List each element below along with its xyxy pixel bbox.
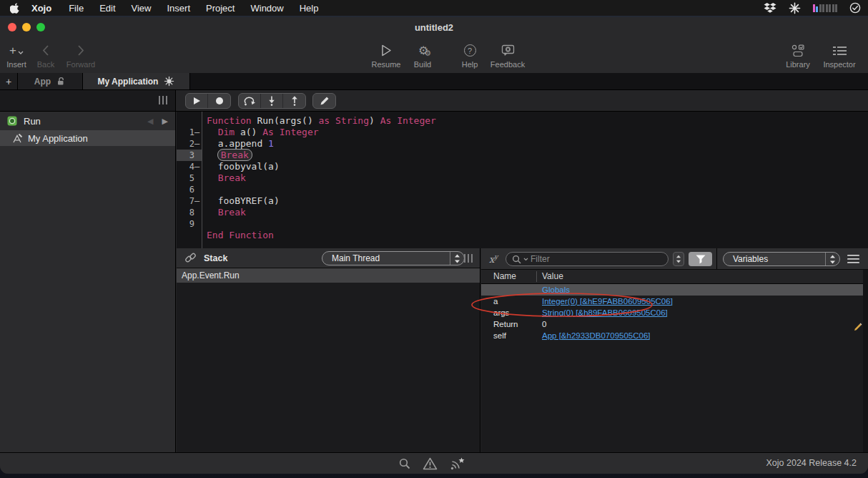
code-line[interactable]: 8 Break (177, 207, 868, 218)
meter-icon[interactable] (813, 4, 838, 12)
navigator-toolbar-strip (0, 90, 176, 111)
chevron-down-icon (523, 258, 528, 261)
window-title: untitled2 (0, 17, 868, 37)
menu-insert[interactable]: Insert (159, 3, 198, 14)
menu-window[interactable]: Window (242, 3, 291, 14)
stack-frame-row[interactable]: App.Event.Run (177, 268, 480, 283)
stack-grip-icon[interactable] (463, 254, 473, 263)
value-link[interactable]: Integer(0) [&hE9FABB0609505C06] (536, 297, 673, 306)
titlebar: untitled2 (0, 17, 868, 37)
value-link[interactable]: App [&h2933DB0709505C06] (536, 331, 651, 340)
dropbox-icon[interactable] (764, 2, 776, 14)
plus-icon: + (1, 41, 31, 60)
menu-help[interactable]: Help (292, 3, 327, 14)
edit-code-button[interactable] (313, 94, 335, 108)
inspector-button[interactable]: Inspector (819, 41, 859, 69)
thread-dropdown[interactable]: Main Thread (322, 251, 465, 265)
add-tab-button[interactable]: + (0, 73, 18, 89)
filter-input[interactable] (531, 254, 662, 264)
navigator-header: Run ◀ ▶ (0, 112, 175, 130)
step-out-button[interactable] (283, 94, 305, 108)
variable-row[interactable]: Return0 (481, 318, 868, 330)
check-circle-icon[interactable] (849, 2, 861, 14)
forward-button[interactable]: Forward (63, 41, 99, 69)
menu-view[interactable]: View (124, 3, 159, 14)
expression-icon[interactable]: xy (489, 253, 498, 265)
variable-row[interactable]: aInteger(0) [&hE9FABB0609505C06] (481, 296, 868, 307)
code-line[interactable]: Function Run(args() as String) As Intege… (177, 115, 868, 127)
feed-star-icon[interactable] (450, 457, 465, 470)
question-circle-icon: ? (456, 41, 483, 60)
debug-stop-button[interactable] (208, 94, 230, 108)
menu-file[interactable]: File (61, 3, 92, 14)
scrollbar-track[interactable] (863, 270, 868, 452)
main-toolbar: + Insert Back Forward Resume ⚙⚙ Build (0, 37, 868, 73)
code-line[interactable]: 6 (177, 184, 868, 195)
back-button[interactable]: Back (31, 41, 60, 69)
step-over-icon (244, 96, 256, 106)
edit-value-pencil-icon[interactable] (854, 323, 862, 331)
system-menubar: XojoFileEditViewInsertProjectWindowHelp (0, 0, 868, 16)
code-editor[interactable]: Function Run(args() as String) As Intege… (177, 112, 868, 248)
stack-pane-header: Stack Main Thread (177, 248, 480, 268)
value-text: 0 (536, 320, 546, 328)
code-lines: Function Run(args() as String) As Intege… (177, 115, 868, 241)
search-icon (512, 255, 521, 264)
play-icon (192, 97, 201, 105)
variables-view-dropdown[interactable]: Variables (723, 252, 840, 266)
code-line[interactable]: 3 Break (177, 150, 868, 161)
column-value: Value (542, 270, 563, 283)
build-button[interactable]: ⚙⚙ Build (406, 41, 439, 69)
value-link[interactable]: Globals (536, 286, 570, 294)
step-over-button[interactable] (239, 94, 261, 108)
help-button[interactable]: ? Help (456, 41, 483, 69)
debug-run-button[interactable] (186, 94, 208, 108)
search-icon[interactable] (399, 458, 410, 469)
step-into-button[interactable] (261, 94, 283, 108)
variable-row[interactable]: Globals (481, 284, 868, 296)
variable-row[interactable]: selfApp [&h2933DB0709505C06] (481, 330, 868, 341)
code-line[interactable]: 4— foobyval(a) (177, 161, 868, 172)
variables-table-header: Name Value (481, 270, 868, 284)
code-line[interactable]: 2— a.append 1 (177, 138, 868, 150)
column-name: Name (493, 270, 516, 283)
pinwheel-icon[interactable] (789, 2, 801, 14)
feedback-button[interactable]: Feedback (486, 41, 529, 69)
variable-row[interactable]: argsString(0) [&h89FABB0609505C06] (481, 307, 868, 318)
dropdown-stepper-icon (825, 253, 839, 265)
resume-button[interactable]: Resume (368, 41, 404, 69)
version-label: Xojo 2024 Release 4.2 (766, 453, 857, 474)
code-line[interactable]: 9 (177, 218, 868, 230)
feedback-bubble-icon (486, 41, 529, 60)
pane-menu-icon[interactable] (847, 255, 859, 263)
menu-xojo[interactable]: Xojo (22, 3, 61, 14)
code-line[interactable]: 7— fooBYREF(a) (177, 195, 868, 207)
filter-funnel-button[interactable] (689, 252, 712, 266)
xojo-window: untitled2 + Insert Back Forward Re (0, 17, 868, 474)
menu-items: XojoFileEditViewInsertProjectWindowHelp (22, 3, 326, 14)
menu-project[interactable]: Project (198, 3, 242, 14)
lock-open-icon (56, 77, 66, 86)
value-link[interactable]: String(0) [&h89FABB0609505C06] (536, 308, 668, 317)
warning-icon[interactable] (423, 457, 438, 470)
panel-grip-icon[interactable] (157, 96, 168, 104)
project-tabbar: + App My Application (0, 73, 868, 90)
menu-edit[interactable]: Edit (92, 3, 123, 14)
library-button[interactable]: Library (780, 41, 816, 69)
apple-menu-icon[interactable] (10, 2, 19, 14)
code-line[interactable]: 5 Break (177, 172, 868, 184)
navigator-forward-icon[interactable]: ▶ (162, 117, 168, 126)
code-line[interactable]: End Function (177, 230, 868, 241)
navigator-back-icon[interactable]: ◀ (147, 117, 153, 126)
code-line[interactable]: 1— Dim a() As Integer (177, 127, 868, 138)
stack-pane-title: Stack (204, 253, 227, 263)
filter-field[interactable] (505, 252, 669, 266)
tab-app[interactable]: App (18, 73, 83, 89)
statusbar: Xojo 2024 Release 4.2 (0, 452, 868, 474)
tab-my-application[interactable]: My Application (83, 73, 190, 89)
variables-rows: GlobalsaInteger(0) [&hE9FABB0609505C06]a… (481, 284, 868, 341)
filter-stepper[interactable] (673, 252, 684, 266)
run-icon (7, 116, 17, 126)
navigator-item-my-application[interactable]: My Application (0, 130, 175, 146)
insert-button[interactable]: + Insert (1, 41, 31, 69)
